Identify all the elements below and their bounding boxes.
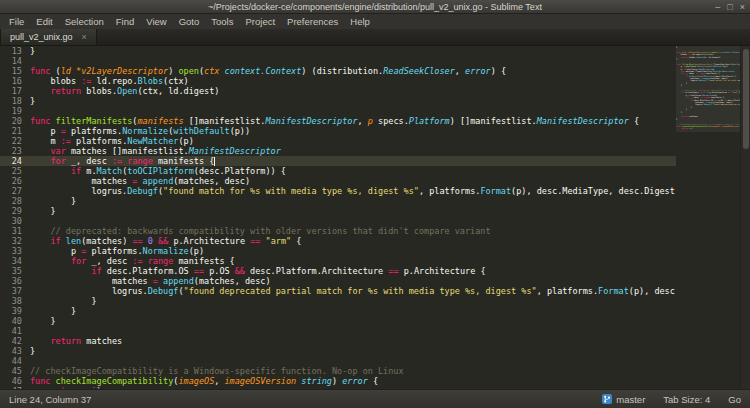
code-line[interactable]: if m.Match(toOCIPlatform(desc.Platform))… bbox=[30, 166, 676, 176]
cursor-position-indicator: Line 24, Column 37 bbox=[9, 394, 602, 405]
code-line[interactable]: logrus.Debugf("found match for %s with m… bbox=[30, 186, 676, 196]
tab-close-icon[interactable]: × bbox=[82, 32, 87, 42]
line-number[interactable]: 36 bbox=[0, 276, 30, 286]
line-number[interactable]: 15 bbox=[0, 66, 30, 76]
code-line[interactable]: p = platforms.Normalize(p) bbox=[30, 246, 676, 256]
code-line[interactable]: blobs := ld.repo.Blobs(ctx) bbox=[30, 76, 676, 86]
code-line[interactable]: } bbox=[30, 346, 676, 356]
menu-item-goto[interactable]: Goto bbox=[173, 14, 206, 29]
scrollbar-track[interactable] bbox=[740, 46, 750, 389]
code-line[interactable]: } bbox=[30, 196, 676, 206]
line-number[interactable]: 44 bbox=[0, 356, 30, 366]
line-number[interactable]: 26 bbox=[0, 176, 30, 186]
line-number[interactable]: 13 bbox=[0, 46, 30, 56]
code-line[interactable]: return matches bbox=[30, 336, 676, 346]
code-line[interactable]: func checkImageCompatibility(imageOS, im… bbox=[30, 376, 676, 386]
code-line[interactable] bbox=[30, 326, 676, 336]
code-line[interactable]: // deprecated: backwards compatibility w… bbox=[30, 226, 676, 236]
line-number[interactable]: 23 bbox=[0, 146, 30, 156]
line-number[interactable]: 29 bbox=[0, 206, 30, 216]
editor: 1314151617181920212223242526272829303132… bbox=[0, 46, 750, 389]
gutter[interactable]: 1314151617181920212223242526272829303132… bbox=[0, 46, 30, 389]
line-number[interactable]: 18 bbox=[0, 96, 30, 106]
code-line[interactable] bbox=[30, 56, 676, 66]
code-line[interactable]: } bbox=[30, 46, 676, 56]
menu-item-file[interactable]: File bbox=[3, 14, 30, 29]
line-number[interactable]: 39 bbox=[0, 306, 30, 316]
scrollbar-thumb[interactable] bbox=[743, 49, 749, 149]
line-number[interactable]: 43 bbox=[0, 346, 30, 356]
minimap-viewport[interactable] bbox=[676, 46, 740, 132]
code-line[interactable]: return nil bbox=[30, 386, 676, 389]
line-number[interactable]: 47 bbox=[0, 386, 30, 389]
line-number[interactable]: 17 bbox=[0, 86, 30, 96]
menu-item-view[interactable]: View bbox=[140, 14, 172, 29]
line-number[interactable]: 30 bbox=[0, 216, 30, 226]
code-line[interactable]: if len(matches) == 0 && p.Architecture =… bbox=[30, 236, 676, 246]
code-line[interactable]: var matches []manifestlist.ManifestDescr… bbox=[30, 146, 676, 156]
line-number[interactable]: 24 bbox=[0, 156, 30, 166]
close-button[interactable]: × bbox=[740, 0, 745, 14]
menu-item-selection[interactable]: Selection bbox=[59, 14, 110, 29]
line-number[interactable]: 41 bbox=[0, 326, 30, 336]
line-number[interactable]: 16 bbox=[0, 76, 30, 86]
syntax-indicator[interactable]: Go bbox=[728, 394, 741, 405]
code-line[interactable]: func (ld *v2LayerDescriptor) open(ctx co… bbox=[30, 66, 676, 76]
line-number[interactable]: 37 bbox=[0, 286, 30, 296]
minimize-button[interactable]: – bbox=[715, 0, 720, 14]
code-line[interactable]: return blobs.Open(ctx, ld.digest) bbox=[30, 86, 676, 96]
status-bar: Line 24, Column 37 master Tab Size: 4 Go bbox=[0, 389, 750, 408]
menu-item-project[interactable]: Project bbox=[239, 14, 281, 29]
code-line[interactable]: } bbox=[30, 96, 676, 106]
code-line[interactable]: } bbox=[30, 296, 676, 306]
line-number[interactable]: 31 bbox=[0, 226, 30, 236]
tab-size-indicator[interactable]: Tab Size: 4 bbox=[663, 394, 710, 405]
code-line[interactable]: func filterManifests(manifests []manifes… bbox=[30, 116, 676, 126]
minimap[interactable]: }func (ld *v2LayerDescriptor) open(ctx c… bbox=[676, 46, 740, 389]
line-number[interactable]: 32 bbox=[0, 236, 30, 246]
line-number[interactable]: 33 bbox=[0, 246, 30, 256]
menu-item-edit[interactable]: Edit bbox=[30, 14, 58, 29]
menu-item-help[interactable]: Help bbox=[344, 14, 376, 29]
line-number[interactable]: 42 bbox=[0, 336, 30, 346]
code-line[interactable]: } bbox=[30, 316, 676, 326]
menu-item-preferences[interactable]: Preferences bbox=[281, 14, 344, 29]
line-number[interactable]: 22 bbox=[0, 136, 30, 146]
code-line[interactable] bbox=[30, 356, 676, 366]
line-number[interactable]: 25 bbox=[0, 166, 30, 176]
menu-item-tools[interactable]: Tools bbox=[205, 14, 239, 29]
line-number[interactable]: 21 bbox=[0, 126, 30, 136]
tab-pull-v2-unix-go[interactable]: pull_v2_unix.go × bbox=[0, 29, 97, 45]
code-line[interactable]: } bbox=[30, 306, 676, 316]
code-line[interactable]: // checkImageCompatibility is a Windows-… bbox=[30, 366, 676, 376]
code-area[interactable]: }func (ld *v2LayerDescriptor) open(ctx c… bbox=[30, 46, 676, 389]
text-cursor bbox=[214, 157, 215, 166]
line-number[interactable]: 38 bbox=[0, 296, 30, 306]
code-line[interactable] bbox=[30, 216, 676, 226]
line-number[interactable]: 19 bbox=[0, 106, 30, 116]
line-number[interactable]: 14 bbox=[0, 56, 30, 66]
line-number[interactable]: 46 bbox=[0, 376, 30, 386]
code-line[interactable]: m := platforms.NewMatcher(p) bbox=[30, 136, 676, 146]
menu-item-find[interactable]: Find bbox=[110, 14, 140, 29]
code-line[interactable]: logrus.Debugf("found deprecated partial … bbox=[30, 286, 676, 296]
tab-bar: pull_v2_unix.go × bbox=[0, 29, 750, 46]
window-title: ~/Projects/docker-ce/components/engine/d… bbox=[208, 2, 542, 12]
line-number[interactable]: 27 bbox=[0, 186, 30, 196]
code-line[interactable]: } bbox=[30, 206, 676, 216]
code-line[interactable]: for _, desc := range manifests { bbox=[30, 156, 676, 166]
code-line[interactable]: matches = append(matches, desc) bbox=[30, 276, 676, 286]
line-number[interactable]: 45 bbox=[0, 366, 30, 376]
line-number[interactable]: 35 bbox=[0, 266, 30, 276]
code-line[interactable]: for _, desc := range manifests { bbox=[30, 256, 676, 266]
line-number[interactable]: 40 bbox=[0, 316, 30, 326]
code-line[interactable]: p = platforms.Normalize(withDefault(p)) bbox=[30, 126, 676, 136]
code-line[interactable] bbox=[30, 106, 676, 116]
code-line[interactable]: if desc.Platform.OS == p.OS && desc.Plat… bbox=[30, 266, 676, 276]
line-number[interactable]: 34 bbox=[0, 256, 30, 266]
code-line[interactable]: matches = append(matches, desc) bbox=[30, 176, 676, 186]
maximize-button[interactable]: □ bbox=[727, 0, 732, 14]
line-number[interactable]: 20 bbox=[0, 116, 30, 126]
git-branch[interactable]: master bbox=[602, 394, 645, 405]
line-number[interactable]: 28 bbox=[0, 196, 30, 206]
